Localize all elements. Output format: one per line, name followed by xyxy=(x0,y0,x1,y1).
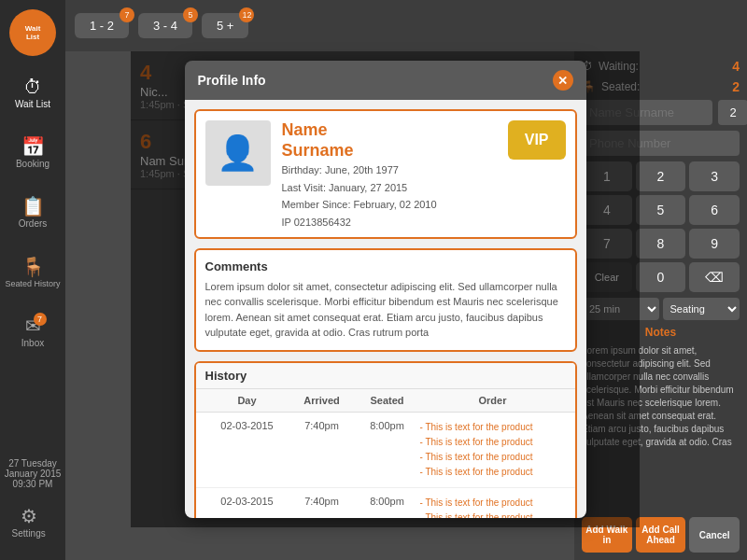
history-row-1: 02-03-2015 7:40pm 8:00pm - This is text … xyxy=(196,413,575,488)
profile-modal: Profile Info ✕ 👤 Name Surname Birthday: … xyxy=(185,61,586,518)
sidebar-item-orders[interactable]: 📋 Orders xyxy=(5,185,61,241)
row1-orders: - This is text for the product - This is… xyxy=(420,420,566,480)
tab-1-2-badge: 7 xyxy=(120,7,134,22)
seated-value: 2 xyxy=(732,79,740,94)
key-8[interactable]: 8 xyxy=(636,229,686,259)
add-call-ahead-button[interactable]: Add Call Ahead xyxy=(636,517,686,553)
cancel-button[interactable]: Cancel xyxy=(689,517,740,553)
sidebar-bottom: 27 Tuesday January 2015 09:30 PM ⚙ Setti… xyxy=(1,453,65,551)
comments-title: Comments xyxy=(205,259,566,273)
tab-1-2-label: 1 - 2 xyxy=(90,19,114,33)
seating-select[interactable]: Seating xyxy=(663,298,740,320)
vip-button[interactable]: VIP xyxy=(508,120,566,160)
sidebar-item-waitlist[interactable]: ⏱ Wait List xyxy=(5,65,61,121)
tab-5-plus-badge: 12 xyxy=(239,7,254,22)
tab-5-plus[interactable]: 12 5 + xyxy=(202,13,248,38)
sidebar-item-booking-label: Booking xyxy=(16,159,49,169)
key-0[interactable]: 0 xyxy=(636,262,686,292)
col-arrived: Arrived xyxy=(289,395,355,406)
tab-5-plus-label: 5 + xyxy=(217,19,233,33)
waiting-value: 4 xyxy=(732,59,740,74)
modal-title: Profile Info xyxy=(198,73,266,88)
sidebar: WaitList ⏱ Wait List 📅 Booking 📋 Orders … xyxy=(0,0,65,560)
col-seated: Seated xyxy=(355,395,420,406)
inbox-badge: 7 xyxy=(34,313,47,326)
sidebar-item-waitlist-label: Wait List xyxy=(15,99,50,109)
sidebar-item-seated-label: Seated History xyxy=(5,279,60,288)
waitlist-icon: ⏱ xyxy=(23,77,42,97)
sidebar-item-settings-label: Settings xyxy=(12,528,46,539)
key-2[interactable]: 2 xyxy=(636,161,686,191)
row2-arrived: 7:40pm xyxy=(289,496,355,507)
party-size-input[interactable] xyxy=(718,100,747,125)
history-header: Day Arrived Seated Order xyxy=(196,389,575,413)
modal-overlay: Profile Info ✕ 👤 Name Surname Birthday: … xyxy=(131,51,640,527)
row2-day: 02-03-2015 xyxy=(205,496,289,507)
modal-close-button[interactable]: ✕ xyxy=(553,70,573,91)
tab-3-4-badge: 5 xyxy=(183,7,198,22)
key-9[interactable]: 9 xyxy=(689,229,740,259)
key-backspace[interactable]: ⌫ xyxy=(689,262,740,292)
row2-orders: - This is text for the product - This is… xyxy=(420,496,566,518)
key-6[interactable]: 6 xyxy=(689,195,740,225)
modal-header: Profile Info ✕ xyxy=(185,61,586,100)
sidebar-item-settings[interactable]: ⚙ Settings xyxy=(1,495,57,551)
history-title: History xyxy=(196,363,575,389)
app-logo: WaitList xyxy=(9,9,56,56)
profile-member-since: Member Since: February, 02 2010 xyxy=(282,197,497,213)
orders-icon: 📋 xyxy=(21,197,45,216)
history-row-2: 02-03-2015 7:40pm 8:00pm - This is text … xyxy=(196,488,575,518)
topbar: 7 1 - 2 5 3 - 4 12 5 + xyxy=(65,0,747,51)
main-area: 7 1 - 2 5 3 - 4 12 5 + 4 Nic... 1:45pm ·… xyxy=(65,0,747,560)
tab-3-4[interactable]: 5 3 - 4 xyxy=(138,13,192,38)
col-day: Day xyxy=(205,395,289,406)
comments-text: Lorem ipsum dolor sit amet, consectetur … xyxy=(205,279,566,341)
date-label: 27 Tuesday January 2015 09:30 PM xyxy=(1,453,65,495)
row1-arrived: 7:40pm xyxy=(289,420,355,431)
settings-icon: ⚙ xyxy=(21,507,37,525)
tab-3-4-label: 3 - 4 xyxy=(153,19,177,33)
sidebar-item-inbox[interactable]: ✉ 7 Inbox xyxy=(5,304,61,360)
profile-name: Name Surname xyxy=(282,120,497,161)
key-3[interactable]: 3 xyxy=(689,161,740,191)
tab-1-2[interactable]: 7 1 - 2 xyxy=(75,13,129,38)
sidebar-item-inbox-label: Inbox xyxy=(21,338,44,348)
comments-section: Comments Lorem ipsum dolor sit amet, con… xyxy=(194,248,577,352)
row1-seated: 8:00pm xyxy=(355,420,420,431)
booking-icon: 📅 xyxy=(21,137,45,156)
row1-day: 02-03-2015 xyxy=(205,420,289,431)
history-section: History Day Arrived Seated Order 02-03-2… xyxy=(194,361,577,518)
profile-ip: IP 0213856432 xyxy=(282,217,497,228)
profile-section: 👤 Name Surname Birthday: June, 20th 1977… xyxy=(194,109,577,239)
row2-seated: 8:00pm xyxy=(355,496,420,507)
key-5[interactable]: 5 xyxy=(636,195,686,225)
avatar: 👤 xyxy=(205,120,271,186)
profile-birthday: Birthday: June, 20th 1977 xyxy=(282,162,497,178)
seated-icon: 🪑 xyxy=(21,258,45,276)
col-order: Order xyxy=(420,395,566,406)
sidebar-item-booking[interactable]: 📅 Booking xyxy=(5,125,61,181)
sidebar-item-orders-label: Orders xyxy=(19,218,48,229)
profile-last-visit: Last Visit: January, 27 2015 xyxy=(282,180,497,196)
sidebar-item-seated-history[interactable]: 🪑 Seated History xyxy=(5,245,61,301)
profile-info: Name Surname Birthday: June, 20th 1977 L… xyxy=(282,120,497,228)
